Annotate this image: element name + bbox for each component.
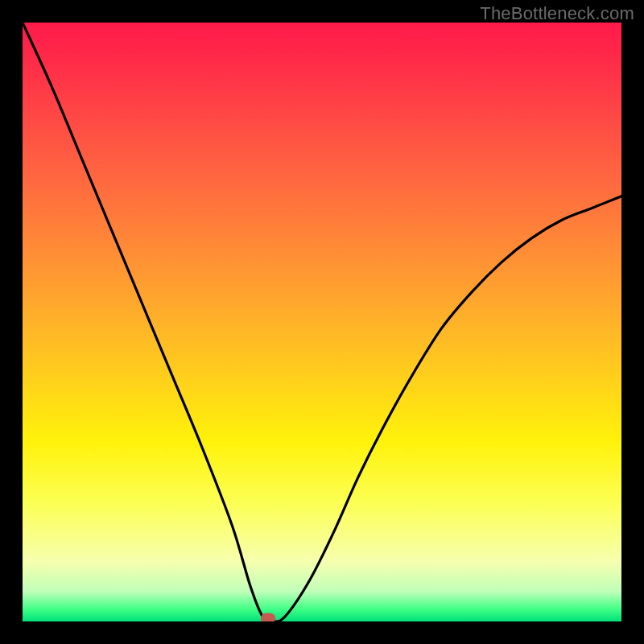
watermark-text: TheBottleneck.com: [480, 3, 634, 24]
marker-dot: [261, 613, 275, 622]
chart-frame: TheBottleneck.com: [0, 0, 644, 644]
plot-area: [23, 23, 621, 621]
curve-path: [23, 23, 621, 621]
curve-svg: [23, 23, 621, 621]
